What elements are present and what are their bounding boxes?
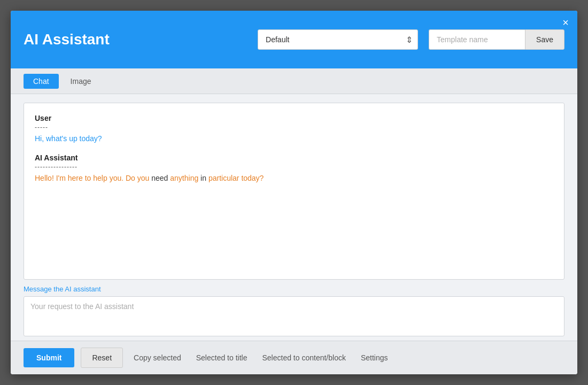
user-text: Hi, what's up today?	[35, 134, 553, 143]
ai-message: AI Assistant ---------------- Hello! I'm…	[35, 153, 553, 182]
ai-divider: ----------------	[35, 163, 553, 171]
ai-label: AI Assistant	[35, 153, 553, 162]
message-input[interactable]	[24, 296, 564, 336]
template-select[interactable]: Default Custom 1 Custom 2	[258, 29, 418, 50]
bottom-bar: Submit Reset Copy selected Selected to t…	[11, 341, 577, 374]
selected-to-title-button[interactable]: Selected to title	[192, 353, 252, 362]
message-label: Message the AI assistant	[24, 285, 564, 293]
template-select-wrap: Default Custom 1 Custom 2 ⇕	[258, 29, 418, 50]
close-button[interactable]: ×	[562, 17, 569, 28]
app-title: AI Assistant	[24, 31, 110, 48]
tab-image[interactable]: Image	[61, 74, 101, 89]
copy-selected-button[interactable]: Copy selected	[129, 353, 185, 362]
template-name-wrap: Save	[429, 29, 564, 50]
user-message: User ----- Hi, what's up today?	[35, 114, 553, 143]
save-button[interactable]: Save	[525, 29, 564, 50]
user-label: User	[35, 114, 553, 122]
reset-button[interactable]: Reset	[81, 348, 123, 368]
selected-to-content-button[interactable]: Selected to content/block	[258, 353, 350, 362]
content-area: User ----- Hi, what's up today? AI Assis…	[11, 94, 577, 341]
settings-button[interactable]: Settings	[357, 353, 392, 362]
tabs-bar: Chat Image	[11, 68, 577, 94]
chat-box: User ----- Hi, what's up today? AI Assis…	[24, 103, 564, 280]
header: AI Assistant Default Custom 1 Custom 2 ⇕…	[11, 11, 577, 68]
tab-chat[interactable]: Chat	[24, 74, 59, 89]
user-divider: -----	[35, 124, 553, 131]
ai-text: Hello! I'm here to help you. Do you need…	[35, 174, 553, 182]
ai-assistant-modal: AI Assistant Default Custom 1 Custom 2 ⇕…	[11, 11, 577, 374]
template-name-input[interactable]	[429, 29, 525, 50]
submit-button[interactable]: Submit	[24, 348, 74, 367]
